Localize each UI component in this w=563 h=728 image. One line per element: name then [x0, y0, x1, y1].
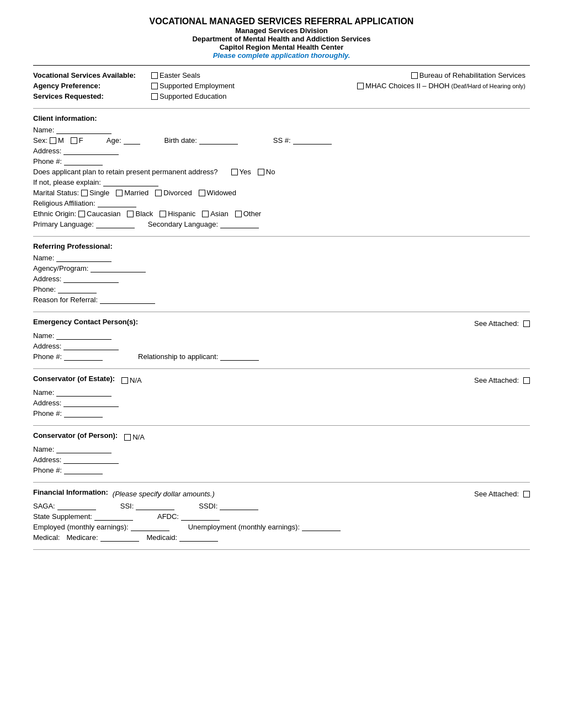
- conservator-estate-name-input[interactable]: [56, 389, 111, 397]
- address-input[interactable]: [63, 147, 119, 155]
- unemployment-input[interactable]: [302, 523, 341, 531]
- emergency-relationship-input[interactable]: [220, 353, 259, 361]
- other-checkbox[interactable]: [235, 211, 242, 217]
- emergency-address-input[interactable]: [63, 342, 119, 350]
- hispanic-checkbox[interactable]: [160, 211, 166, 217]
- sub-title-2: Department of Mental Health and Addictio…: [33, 35, 530, 43]
- birth-date-input[interactable]: [199, 137, 238, 144]
- conservator-person-name-label: Name:: [33, 445, 54, 453]
- conservator-estate-phone-line: Phone #:: [33, 409, 530, 417]
- emergency-see-attached-checkbox[interactable]: [523, 320, 530, 327]
- ref-name-input[interactable]: [56, 254, 111, 262]
- married-checkbox[interactable]: [116, 190, 123, 196]
- vocational-services-line: Vocational Services Available: Easter Se…: [33, 71, 530, 79]
- emergency-header-line: Emergency Contact Person(s): See Attache…: [33, 318, 530, 329]
- age-input[interactable]: [124, 137, 140, 144]
- conservator-person-na-label: N/A: [132, 433, 145, 441]
- ref-reason-label: Reason for Referral:: [33, 296, 98, 304]
- other-label: Other: [243, 210, 262, 218]
- other-item: Other: [235, 210, 262, 218]
- caucasian-label: Caucasian: [87, 210, 120, 218]
- ref-phone-label: Phone:: [33, 285, 56, 293]
- conservator-estate-na-item: N/A: [121, 376, 142, 384]
- ssi-input[interactable]: [136, 502, 174, 510]
- conservator-estate-see-attached-label: See Attached:: [474, 376, 519, 384]
- widowed-label: Widowed: [207, 189, 236, 197]
- sex-f-checkbox[interactable]: [71, 137, 77, 144]
- single-checkbox[interactable]: [81, 190, 88, 196]
- bureau-rehab-checkbox[interactable]: [411, 72, 418, 79]
- mhac-checkbox[interactable]: [357, 83, 364, 89]
- if-not-label: If not, please explain:: [33, 178, 101, 186]
- widowed-checkbox[interactable]: [199, 190, 205, 196]
- yes-checkbox[interactable]: [231, 169, 238, 175]
- ref-address-line: Address:: [33, 275, 530, 283]
- conservator-estate-na-label: N/A: [130, 376, 142, 384]
- conservator-estate-address-input[interactable]: [63, 399, 119, 407]
- black-checkbox[interactable]: [127, 211, 134, 217]
- conservator-estate-phone-input[interactable]: [64, 410, 103, 417]
- client-name-input[interactable]: [56, 126, 111, 134]
- religious-input[interactable]: [98, 200, 136, 207]
- emergency-name-input[interactable]: [56, 332, 111, 340]
- single-item: Single: [81, 189, 109, 197]
- employed-input[interactable]: [131, 523, 169, 531]
- easter-seals-checkbox[interactable]: [151, 72, 158, 79]
- supported-employment-checkbox[interactable]: [151, 83, 158, 89]
- emergency-see-attached-label: See Attached:: [474, 319, 519, 328]
- ref-agency-label: Agency/Program:: [33, 264, 88, 272]
- conservator-estate-section: Conservator (of Estate): N/A See Attache…: [33, 374, 530, 426]
- ref-agency-input[interactable]: [91, 265, 146, 272]
- conservator-estate-see-attached-checkbox[interactable]: [523, 377, 530, 384]
- conservator-estate-name-line: Name:: [33, 388, 530, 397]
- client-info-section: Client information: Name: Sex: M F Age: …: [33, 114, 530, 237]
- sub-title-1: Managed Services Division: [33, 26, 530, 35]
- medicare-label: Medicare:: [66, 533, 98, 542]
- saga-input[interactable]: [57, 502, 96, 510]
- emergency-name-line: Name:: [33, 331, 530, 340]
- medicare-input[interactable]: [100, 534, 139, 542]
- ethnic-label: Ethnic Origin:: [33, 210, 76, 218]
- services-section: Vocational Services Available: Easter Se…: [33, 71, 530, 109]
- ref-address-input[interactable]: [63, 275, 119, 283]
- afdc-input[interactable]: [181, 513, 220, 521]
- yes-label: Yes: [240, 168, 251, 176]
- ss-input[interactable]: [293, 137, 332, 144]
- no-checkbox[interactable]: [258, 169, 264, 175]
- primary-lang-input[interactable]: [96, 221, 135, 228]
- medicaid-input[interactable]: [179, 534, 218, 542]
- ref-phone-input[interactable]: [58, 286, 97, 293]
- caucasian-checkbox[interactable]: [78, 211, 85, 217]
- if-not-input[interactable]: [103, 179, 158, 186]
- sex-m-checkbox[interactable]: [50, 137, 56, 144]
- divorced-checkbox[interactable]: [155, 190, 162, 196]
- conservator-person-phone-input[interactable]: [64, 467, 103, 474]
- financial-info-section: Financial Information: (Please specify d…: [33, 488, 530, 550]
- financial-header-line: Financial Information: (Please specify d…: [33, 488, 530, 500]
- financial-see-attached-checkbox[interactable]: [523, 491, 530, 497]
- conservator-person-na-checkbox[interactable]: [124, 434, 131, 441]
- conservator-estate-title: Conservator (of Estate):: [33, 374, 115, 383]
- sex-label: Sex:: [33, 136, 47, 144]
- ref-reason-input[interactable]: [100, 296, 155, 304]
- supported-education-checkbox[interactable]: [151, 93, 158, 100]
- ssdi-input[interactable]: [220, 502, 258, 510]
- emergency-phone-input[interactable]: [64, 353, 103, 361]
- asian-checkbox[interactable]: [202, 211, 209, 217]
- divorced-item: Divorced: [155, 189, 192, 197]
- permanent-address-q: Does applicant plan to retain present pe…: [33, 168, 218, 176]
- secondary-lang-input[interactable]: [220, 221, 259, 228]
- state-supplement-input[interactable]: [94, 513, 133, 521]
- black-item: Black: [127, 210, 153, 218]
- conservator-person-name-input[interactable]: [56, 446, 111, 453]
- if-not-line: If not, please explain:: [33, 178, 530, 186]
- ssi-label: SSI:: [120, 502, 134, 510]
- agency-preference-label: Agency Preference:: [33, 82, 149, 90]
- phone-input[interactable]: [64, 158, 103, 165]
- sex-m-item: M: [50, 136, 64, 144]
- conservator-person-phone-label: Phone #:: [33, 466, 62, 474]
- black-label: Black: [135, 210, 153, 218]
- primary-lang-label: Primary Language:: [33, 220, 94, 228]
- conservator-person-address-input[interactable]: [63, 456, 119, 464]
- conservator-estate-na-checkbox[interactable]: [121, 377, 128, 384]
